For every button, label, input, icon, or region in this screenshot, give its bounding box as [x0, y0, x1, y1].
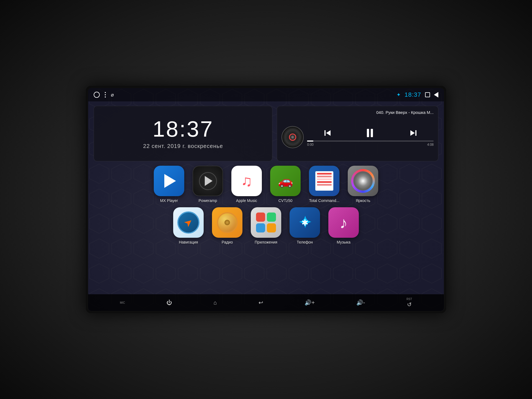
phone-icon: ✦ ✱ — [290, 207, 320, 238]
apps-row-2: ➤ Навигация Радио — [94, 207, 438, 244]
floppy-bar-5 — [317, 184, 332, 186]
screen: ⌀ ✦ 18:37 18:37 22 сент. 2019 г. воскрес… — [88, 88, 444, 311]
app-navigation[interactable]: ➤ Навигация — [172, 207, 205, 244]
rst-icon: ↺ — [407, 301, 412, 308]
poweramp-icon — [193, 166, 223, 196]
nav-back[interactable]: ↩ — [259, 299, 263, 306]
floppy-bar-1 — [317, 173, 332, 175]
nav-bar: MIC ⏻ ⌂ ↩ 🔊+ 🔊- RST — [88, 294, 444, 311]
nav-vol-down[interactable]: 🔊- — [356, 299, 365, 306]
circle-icon — [94, 92, 100, 98]
radio-label: Радио — [222, 240, 233, 244]
apple-music-icon: ♫ — [231, 166, 262, 196]
clock-date: 22 сент. 2019 г. воскресенье — [143, 143, 223, 149]
poweramp-inner — [199, 172, 217, 190]
nav-mic: MIC — [120, 301, 125, 304]
apple-music-note: ♫ — [241, 172, 252, 190]
total-time: 4:08 — [427, 143, 434, 147]
vol-down-icon: 🔊- — [356, 299, 365, 306]
progress-area: 0:00 4:08 — [307, 140, 434, 147]
svg-rect-2 — [367, 129, 369, 137]
vinyl-disc — [282, 126, 304, 148]
cvtz50-label: CVTz50 — [278, 198, 293, 203]
music-controls-row: 0:00 4:08 — [282, 117, 434, 157]
home-icon: ⌂ — [214, 300, 217, 306]
brightness-label: Яркость — [356, 198, 370, 203]
floppy-bar-3 — [317, 178, 332, 180]
mic-label: MIC — [120, 301, 125, 304]
clock-widget: 18:37 22 сент. 2019 г. воскресенье — [94, 106, 272, 161]
grid-cell-red — [256, 213, 265, 222]
status-bar: ⌀ ✦ 18:37 — [88, 88, 444, 101]
play-pause-button[interactable] — [365, 128, 376, 138]
status-right: ✦ 18:37 — [397, 91, 438, 98]
clock-time: 18:37 — [153, 118, 214, 140]
nav-rst[interactable]: RST ↺ — [406, 298, 412, 308]
brightness-ring — [351, 169, 375, 193]
app-phone[interactable]: ✦ ✱ Телефон — [288, 207, 321, 244]
music-icon: ♪ — [328, 207, 359, 238]
controls-area: 0:00 4:08 — [307, 128, 434, 147]
app-apple-music[interactable]: ♫ Apple Music — [230, 166, 263, 203]
control-buttons — [307, 128, 434, 138]
progress-fill — [307, 140, 313, 142]
radio-center — [224, 220, 230, 225]
apps-grid — [256, 213, 276, 232]
navigation-icon: ➤ — [173, 207, 204, 238]
app-mx-player[interactable]: MX Player — [152, 166, 186, 203]
svg-rect-4 — [415, 130, 416, 136]
floppy-bar-2 — [317, 176, 332, 177]
screen-bezel: ⌀ ✦ 18:37 18:37 22 сент. 2019 г. воскрес… — [86, 86, 446, 313]
app-music[interactable]: ♪ Музыка — [327, 207, 360, 244]
nav-power[interactable]: ⏻ — [167, 300, 172, 306]
total-commander-icon — [309, 166, 339, 196]
floppy-bar-4 — [317, 181, 332, 183]
next-button[interactable] — [409, 129, 417, 137]
main-content: 18:37 22 сент. 2019 г. воскресенье 040. … — [88, 101, 444, 294]
asterisk-overlay: ✱ — [301, 218, 308, 227]
total-commander-label: Total Command... — [309, 198, 339, 203]
apps-row-1: MX Player Poweramp ♫ — [94, 166, 438, 203]
rst-label: RST — [406, 298, 412, 301]
app-radio[interactable]: Радио — [211, 207, 244, 244]
app-poweramp[interactable]: Poweramp — [191, 166, 224, 203]
status-left: ⌀ — [94, 92, 114, 98]
radio-knob — [217, 212, 238, 233]
compass-arrow: ➤ — [181, 215, 195, 229]
music-label: Музыка — [337, 240, 351, 244]
recent-apps-icon[interactable] — [425, 92, 430, 97]
vol-up-icon: 🔊+ — [305, 299, 315, 306]
power-icon: ⏻ — [167, 300, 172, 306]
bluetooth-icon: ✦ — [397, 92, 401, 98]
apps-label: Приложения — [255, 240, 277, 244]
prev-button[interactable] — [324, 129, 332, 137]
back-nav-icon[interactable] — [434, 92, 438, 98]
app-brightness[interactable]: Яркость — [346, 166, 380, 203]
status-time: 18:37 — [405, 91, 421, 98]
progress-bar[interactable] — [307, 140, 434, 142]
svg-rect-0 — [324, 130, 326, 136]
car-emoji: 🚗 — [278, 174, 293, 188]
widgets-row: 18:37 22 сент. 2019 г. воскресенье 040. … — [94, 106, 438, 161]
nav-home[interactable]: ⌂ — [214, 300, 217, 306]
car-surround: ⌀ ✦ 18:37 18:37 22 сент. 2019 г. воскрес… — [0, 0, 532, 399]
svg-rect-3 — [371, 129, 373, 137]
radio-icon — [212, 207, 242, 238]
back-icon: ↩ — [259, 299, 263, 306]
app-cvtz50[interactable]: 🚗 CVTz50 — [269, 166, 302, 203]
poweramp-label: Poweramp — [199, 198, 217, 203]
progress-times: 0:00 4:08 — [307, 143, 434, 147]
poweramp-play — [205, 176, 213, 186]
compass: ➤ — [177, 211, 200, 234]
apple-music-label: Apple Music — [236, 198, 257, 203]
current-time: 0:00 — [307, 143, 313, 147]
floppy-icon — [315, 171, 333, 191]
music-widget[interactable]: 040. Руки Вверх - Крошка М... — [277, 106, 438, 161]
app-apps[interactable]: Приложения — [249, 207, 283, 244]
app-total-commander[interactable]: Total Command... — [308, 166, 341, 203]
music-track-title: 040. Руки Вверх - Крошка М... — [282, 110, 434, 115]
usb-icon: ⌀ — [111, 92, 114, 98]
nav-vol-up[interactable]: 🔊+ — [305, 299, 315, 306]
grid-cell-blue — [256, 223, 265, 232]
apps-icon — [251, 207, 281, 238]
